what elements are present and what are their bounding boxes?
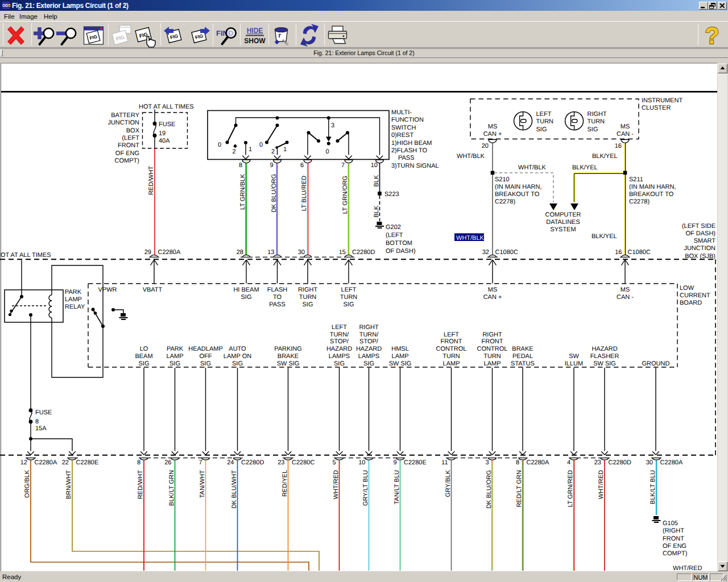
svg-text:BOTTOM: BOTTOM	[386, 240, 412, 247]
svg-text:2: 2	[271, 148, 275, 155]
svg-text:SW SIG: SW SIG	[389, 360, 412, 367]
svg-text:PARKING: PARKING	[274, 346, 302, 352]
svg-text:TURN/: TURN/	[330, 331, 350, 338]
svg-text:WHT/RED: WHT/RED	[598, 470, 605, 499]
svg-text:SIG: SIG	[303, 301, 313, 308]
svg-text:LT BLU/RED: LT BLU/RED	[301, 176, 308, 211]
svg-text:8: 8	[516, 459, 519, 466]
svg-text:BREAKOUT TO: BREAKOUT TO	[495, 191, 540, 198]
svg-text:SIG: SIG	[363, 360, 374, 367]
svg-text:BOX (SJB): BOX (SJB)	[685, 253, 715, 260]
svg-text:C2280A: C2280A	[35, 459, 57, 466]
svg-text:PEDAL: PEDAL	[512, 353, 533, 360]
svg-text:STOP/: STOP/	[359, 338, 379, 345]
svg-text:6: 6	[300, 162, 304, 169]
svg-text:40A: 40A	[159, 138, 170, 144]
svg-text:CAN +: CAN +	[483, 294, 502, 301]
svg-text:LAMP: LAMP	[392, 353, 409, 360]
svg-text:LAMP: LAMP	[167, 353, 184, 360]
svg-text:16: 16	[615, 249, 622, 256]
svg-text:TURN: TURN	[340, 294, 358, 301]
svg-text:C1080C: C1080C	[495, 249, 518, 256]
svg-text:S210: S210	[495, 176, 510, 183]
svg-text:SIG: SIG	[588, 126, 598, 133]
svg-text:TURN: TURN	[588, 118, 605, 125]
svg-text:OFF: OFF	[200, 353, 212, 360]
svg-text:FUSE: FUSE	[159, 121, 175, 128]
svg-text:COMPUTER: COMPUTER	[545, 211, 581, 218]
svg-text:HOT AT ALL TIMES: HOT AT ALL TIMES	[0, 252, 51, 259]
svg-text:SYSTEM: SYSTEM	[550, 226, 576, 233]
svg-text:DK BLU/ORG: DK BLU/ORG	[486, 470, 493, 509]
svg-text:1)HIGH BEAM: 1)HIGH BEAM	[391, 140, 432, 147]
svg-text:LOW: LOW	[680, 285, 694, 292]
svg-text:WHT/RED: WHT/RED	[333, 470, 340, 499]
svg-text:RED/WHT: RED/WHT	[148, 166, 155, 196]
svg-text:PASS: PASS	[398, 155, 415, 161]
svg-text:LO: LO	[140, 346, 148, 352]
svg-text:RIGHT: RIGHT	[359, 324, 379, 331]
svg-text:RIGHT: RIGHT	[482, 331, 502, 338]
svg-text:DK BLU/ORG: DK BLU/ORG	[271, 174, 278, 213]
svg-text:RELAY: RELAY	[65, 304, 85, 310]
svg-text:(IN MAIN HARN,: (IN MAIN HARN,	[629, 184, 676, 190]
svg-text:WHT/RED: WHT/RED	[673, 565, 702, 572]
svg-text:STATUS: STATUS	[511, 360, 535, 367]
svg-text:20: 20	[482, 143, 489, 149]
svg-text:ILLUM: ILLUM	[565, 360, 583, 367]
svg-text:GROUND: GROUND	[642, 360, 670, 367]
svg-text:LEFT: LEFT	[341, 286, 357, 293]
svg-text:C2280D: C2280D	[352, 249, 375, 256]
svg-text:BRAKE: BRAKE	[278, 353, 299, 360]
svg-text:OF DASH): OF DASH)	[386, 248, 416, 255]
svg-text:CAN -: CAN -	[617, 131, 634, 138]
svg-text:30: 30	[298, 249, 305, 256]
svg-text:RED/LT GRN: RED/LT GRN	[516, 470, 523, 508]
svg-text:4: 4	[567, 459, 570, 466]
svg-text:SW SIG: SW SIG	[593, 360, 616, 367]
svg-text:15: 15	[339, 249, 346, 256]
svg-text:16: 16	[615, 143, 622, 149]
svg-text:HEADLAMP: HEADLAMP	[188, 346, 223, 352]
svg-text:C2280E: C2280E	[404, 459, 427, 466]
svg-text:TURN: TURN	[442, 353, 460, 360]
svg-text:COMPT): COMPT)	[115, 157, 139, 164]
svg-text:FRONT: FRONT	[441, 338, 462, 345]
svg-text:TAN/LT BLU: TAN/LT BLU	[394, 470, 400, 505]
svg-text:TURN/: TURN/	[359, 331, 379, 338]
svg-text:BOARD: BOARD	[680, 300, 702, 306]
svg-text:22: 22	[62, 459, 69, 466]
svg-text:INSTRUMENT: INSTRUMENT	[642, 97, 682, 104]
svg-text:RIGHT: RIGHT	[588, 111, 607, 118]
svg-text:5: 5	[332, 459, 336, 466]
svg-text:26: 26	[164, 459, 171, 466]
svg-text:BLK: BLK	[373, 174, 380, 186]
svg-text:PARK: PARK	[167, 346, 184, 352]
svg-text:TURN: TURN	[299, 294, 317, 301]
svg-text:0: 0	[259, 142, 263, 148]
svg-text:LT GRN/BLK: LT GRN/BLK	[239, 173, 246, 210]
svg-text:BLK/YEL: BLK/YEL	[572, 164, 598, 171]
svg-text:RED/WHT: RED/WHT	[137, 470, 144, 500]
svg-text:BEAM: BEAM	[135, 353, 152, 360]
svg-text:3: 3	[331, 122, 334, 129]
svg-text:SWITCH: SWITCH	[391, 124, 416, 131]
svg-text:BREAKOUT TO: BREAKOUT TO	[629, 191, 674, 198]
svg-text:LAMP: LAMP	[65, 296, 82, 303]
svg-text:8: 8	[35, 418, 39, 425]
svg-text:HMSL: HMSL	[391, 346, 409, 352]
svg-text:HAZARD: HAZARD	[592, 346, 617, 352]
svg-text:SW: SW	[569, 353, 579, 360]
svg-text:CONTROL: CONTROL	[436, 346, 467, 352]
svg-text:SIG: SIG	[344, 301, 354, 308]
svg-text:C1080C: C1080C	[628, 249, 651, 256]
svg-text:VBATT: VBATT	[143, 286, 163, 293]
svg-text:8: 8	[239, 162, 242, 169]
svg-text:LAMP: LAMP	[443, 360, 460, 367]
svg-text:BATTERY: BATTERY	[111, 112, 139, 119]
svg-text:JUNCTION: JUNCTION	[107, 119, 139, 126]
svg-text:LAMPS: LAMPS	[358, 353, 379, 360]
svg-text:STOP/: STOP/	[330, 338, 349, 345]
svg-text:SIG: SIG	[536, 126, 547, 133]
svg-text:11: 11	[441, 459, 448, 466]
